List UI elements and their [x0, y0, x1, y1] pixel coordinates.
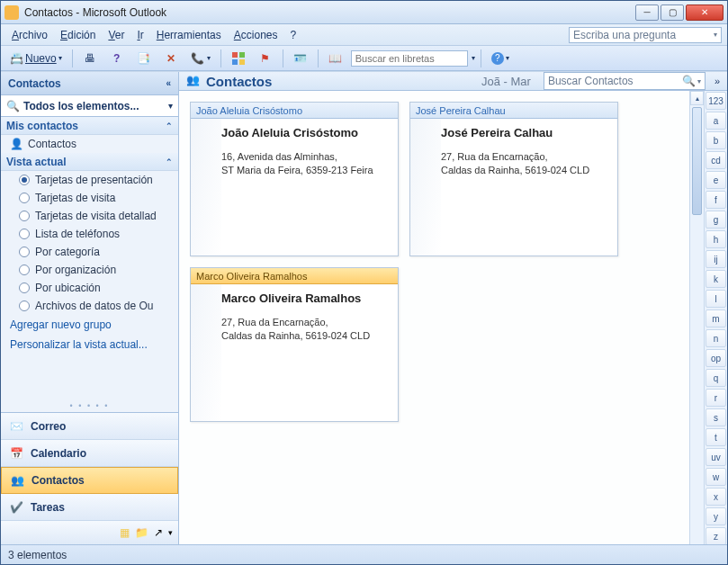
index-letter-button[interactable]: w	[706, 468, 726, 486]
flag-button[interactable]: ⚑	[254, 49, 277, 68]
view-radio-option[interactable]: Archivos de datos de Ou	[1, 297, 178, 315]
index-letter-button[interactable]: ij	[706, 250, 726, 268]
view-radio-option[interactable]: Tarjetas de presentación	[1, 171, 178, 189]
pane-splitter[interactable]: • • • • •	[1, 399, 178, 412]
address-book-button[interactable]: 📖	[324, 49, 347, 68]
index-letter-button[interactable]: n	[706, 329, 726, 347]
pane-mis-contactos[interactable]: Mis contactos ⌃	[1, 117, 178, 135]
cards-grid: João Aleluia CrisóstomoJoão Aleluia Cris…	[179, 91, 689, 544]
help-button[interactable]: ?	[105, 49, 129, 68]
maximize-button[interactable]: ▢	[661, 4, 684, 21]
svg-rect-0	[232, 52, 238, 58]
card-header: José Pereira Calhau	[410, 103, 617, 119]
menu-herramientas[interactable]: Herramientas	[151, 27, 227, 43]
scope-label: Todos los elementos...	[23, 100, 139, 112]
delete-icon: ✕	[164, 51, 178, 66]
index-letter-button[interactable]: s	[706, 408, 726, 426]
view-radio-option[interactable]: Por ubicación	[1, 279, 178, 297]
nav-item-contactos[interactable]: 👤 Contactos	[1, 135, 178, 153]
radio-icon	[19, 265, 30, 275]
collapse-nav-icon[interactable]: «	[166, 78, 171, 88]
nav-button-contactos[interactable]: 👥Contactos	[1, 467, 178, 494]
view-radio-option[interactable]: Tarjetas de visita detallad	[1, 207, 178, 225]
notes-icon[interactable]: ▦	[120, 526, 130, 539]
index-letter-button[interactable]: l	[706, 290, 726, 308]
folder-list-icon[interactable]: 📁	[135, 526, 148, 539]
categorize-button[interactable]	[227, 49, 250, 68]
index-letter-button[interactable]: b	[706, 131, 726, 149]
card-area: João Aleluia CrisóstomoJoão Aleluia Cris…	[179, 91, 727, 544]
menu-ir[interactable]: Ir	[131, 27, 148, 43]
index-letter-button[interactable]: g	[706, 211, 726, 229]
view-radio-option[interactable]: Lista de teléfonos	[1, 225, 178, 243]
chevron-down-icon: ▾	[714, 31, 717, 39]
index-letter-button[interactable]: a	[706, 112, 726, 130]
index-letter-button[interactable]: r	[706, 389, 726, 407]
nav-button-correo[interactable]: ✉️Correo	[1, 413, 178, 440]
help-question-box[interactable]: Escriba una pregunta ▾	[569, 27, 722, 43]
index-letter-button[interactable]: m	[706, 309, 726, 327]
delete-button[interactable]: ✕	[159, 49, 183, 68]
help-icon: ?	[110, 51, 124, 66]
new-button[interactable]: 📇 Nuevo ▾	[4, 49, 67, 68]
toolbar-help-button[interactable]: ?▾	[487, 49, 514, 68]
chevron-up-icon: ⌃	[166, 157, 173, 166]
call-button[interactable]: 📞▾	[186, 49, 215, 68]
view-range: Joã - Mar	[481, 75, 531, 88]
address-book-search-input[interactable]	[351, 50, 468, 67]
radio-icon	[19, 193, 30, 203]
app-icon	[4, 5, 19, 20]
menu-acciones[interactable]: Acciones	[229, 27, 283, 43]
expand-search-icon[interactable]: »	[715, 76, 720, 86]
contact-card[interactable]: João Aleluia CrisóstomoJoão Aleluia Cris…	[190, 102, 399, 256]
index-letter-button[interactable]: op	[706, 349, 726, 367]
radio-label: Tarjetas de presentación	[35, 174, 153, 186]
print-button[interactable]: 🖶	[78, 49, 102, 68]
index-letter-button[interactable]: z	[706, 527, 726, 544]
vertical-scrollbar[interactable]: ▴ ▾	[689, 91, 704, 544]
customize-view-link[interactable]: Personalizar la vista actual...	[1, 335, 178, 354]
menu-archivo[interactable]: Archivo	[6, 27, 53, 43]
index-letter-button[interactable]: e	[706, 171, 726, 189]
contact-card[interactable]: José Pereira CalhauJosé Pereira Calhau27…	[409, 102, 618, 256]
index-letter-button[interactable]: k	[706, 270, 726, 288]
move-button[interactable]: 📑	[132, 49, 156, 68]
view-radio-option[interactable]: Por organización	[1, 261, 178, 279]
scroll-up-arrow[interactable]: ▴	[690, 91, 704, 105]
index-letter-button[interactable]: f	[706, 191, 726, 209]
index-letter-button[interactable]: x	[706, 488, 726, 506]
main-title: Contactos	[206, 74, 272, 89]
index-letter-button[interactable]: h	[706, 230, 726, 248]
menu-edicion[interactable]: Edición	[55, 27, 101, 43]
nav-button-tareas[interactable]: ✔️Tareas	[1, 494, 178, 521]
index-letter-button[interactable]: y	[706, 507, 726, 525]
shortcuts-icon[interactable]: ↗	[154, 526, 163, 539]
view-radio-option[interactable]: Por categoría	[1, 243, 178, 261]
minimize-button[interactable]: ─	[635, 4, 659, 21]
alpha-index-bar: 123abcdefghijklmnopqrstuvwxyz👤	[704, 91, 727, 544]
search-contacts-box[interactable]: Buscar Contactos 🔍 ▾	[544, 72, 706, 90]
contact-card[interactable]: Marco Oliveira RamalhosMarco Oliveira Ra…	[190, 267, 399, 422]
window-buttons: ─ ▢ ✕	[635, 4, 724, 21]
add-new-group-link[interactable]: Agregar nuevo grupo	[1, 315, 178, 335]
view-radio-option[interactable]: Tarjetas de visita	[1, 189, 178, 207]
chevron-down-icon[interactable]: ▾	[472, 54, 475, 62]
scroll-thumb[interactable]	[692, 107, 702, 215]
index-letter-button[interactable]: q	[706, 369, 726, 387]
radio-icon	[19, 282, 30, 293]
pane-vista-actual[interactable]: Vista actual ⌃	[1, 153, 178, 171]
index-letter-button[interactable]: uv	[706, 448, 726, 466]
menu-ver[interactable]: Ver	[103, 27, 130, 43]
app-window: Contactos - Microsoft Outlook ─ ▢ ✕ Arch…	[0, 0, 728, 565]
close-button[interactable]: ✕	[686, 4, 724, 21]
index-letter-button[interactable]: cd	[706, 151, 726, 169]
contact-name: João Aleluia Crisóstomo	[221, 126, 391, 139]
nav-button-calendario[interactable]: 📅Calendario	[1, 440, 178, 467]
index-letter-button[interactable]: t	[706, 428, 726, 446]
menu-help[interactable]: ?	[285, 27, 302, 43]
business-card-button[interactable]: 🪪	[289, 49, 312, 68]
radio-icon	[19, 229, 30, 239]
configure-buttons-icon[interactable]: ▾	[168, 528, 173, 537]
scope-selector[interactable]: 🔍 Todos los elementos... ▾	[1, 95, 178, 117]
index-letter-button[interactable]: 123	[706, 92, 726, 110]
